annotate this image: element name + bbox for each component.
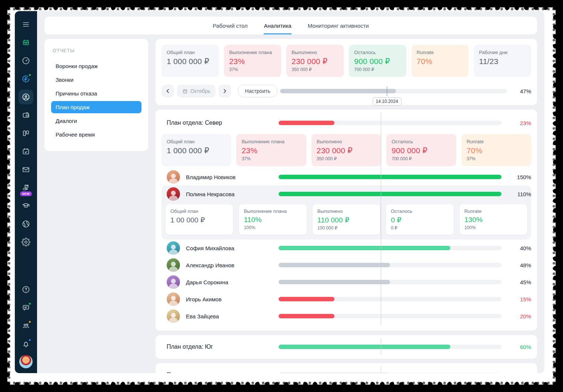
calendar-icon[interactable]	[19, 144, 33, 159]
tab-desktop[interactable]: Рабочий стол	[213, 17, 247, 34]
progress-percent: 110%	[507, 191, 531, 197]
kanban-icon[interactable]	[19, 126, 33, 141]
help-icon[interactable]	[19, 282, 33, 297]
member-avatar	[167, 241, 180, 255]
prev-month-button[interactable]	[161, 85, 174, 97]
progress-percent: 47%	[507, 372, 531, 373]
progress-fill	[279, 263, 390, 267]
stat-card-runrate: Runrate 70%	[412, 45, 469, 77]
progress-fill	[280, 89, 396, 93]
today-marker-line	[381, 367, 381, 373]
browser-icon[interactable]	[19, 217, 33, 231]
stat-card-completed: Выполнено 110 000 ₽ 100 000 ₽	[312, 204, 380, 235]
member-row[interactable]: Игорь Акимов 15%	[161, 291, 531, 308]
notifications-bell-icon[interactable]	[19, 336, 33, 351]
progress-track	[279, 280, 502, 284]
settings-icon[interactable]	[19, 235, 33, 249]
wallet-icon[interactable]	[19, 108, 33, 123]
member-name: София Михайлова	[186, 245, 234, 251]
new-badge: NEW	[20, 191, 32, 196]
progress-percent: 20%	[507, 313, 531, 319]
report-item-dialogs[interactable]: Диалоги	[51, 115, 141, 127]
section-title: План отдела: Юг	[161, 344, 273, 350]
period-percent: 47%	[507, 88, 531, 94]
stat-card-runrate: Runrate 70% 37%	[462, 134, 531, 166]
report-item-sales-funnels[interactable]: Воронки продаж	[51, 60, 141, 72]
today-marker-line	[381, 339, 381, 355]
main-content: Рабочий стол Аналитика Мониторинг активн…	[37, 11, 544, 373]
member-row[interactable]: Полина Некрасова 110%	[161, 185, 531, 202]
stat-card-total-plan: Общий план 1 00 000 ₽	[165, 204, 233, 235]
progress-fill	[279, 192, 502, 196]
stat-card-plan-completion: Выполнение плана 110% 100%	[239, 204, 307, 235]
member-row[interactable]: Дарья Сорокина 45%	[161, 274, 531, 291]
section-title: План отдела: Север	[161, 120, 273, 126]
member-name: Полина Некрасова	[186, 191, 234, 197]
stat-card-runrate: Runrate 130% 100%	[459, 204, 527, 235]
robot-icon[interactable]	[19, 35, 33, 50]
member-row[interactable]: София Михайлова 40%	[161, 239, 531, 257]
today-date-tooltip: 14.10.2024	[373, 97, 402, 105]
managers-plans-card[interactable]: Планы менеджеров 47%	[156, 363, 537, 373]
report-item-refusal-reasons[interactable]: Причины отказа	[51, 87, 141, 100]
month-selector-button[interactable]: Октябрь	[177, 85, 216, 97]
progress-fill	[279, 314, 334, 318]
menu-icon[interactable]	[19, 17, 33, 32]
month-label: Октябрь	[190, 88, 210, 94]
today-marker-line	[381, 113, 381, 325]
member-row[interactable]: Владимир Новиков 150%	[161, 168, 531, 185]
top-tabbar: Рабочий стол Аналитика Мониторинг активн…	[44, 17, 537, 34]
notification-dot	[28, 302, 31, 305]
member-avatar	[167, 187, 180, 201]
team-icon[interactable]	[19, 318, 33, 333]
today-marker-line	[387, 86, 387, 96]
progress-fill	[279, 345, 450, 349]
progress-track	[279, 373, 502, 373]
member-avatar	[167, 292, 180, 306]
progress-track	[279, 345, 502, 349]
member-name: Игорь Акимов	[186, 296, 221, 302]
knowledge-icon[interactable]: NEW	[19, 180, 33, 195]
configure-button[interactable]: Настроить	[238, 85, 277, 97]
progress-percent: 48%	[507, 262, 531, 268]
stat-card-remaining: Осталось 0 ₽ 0 ₽	[386, 204, 454, 235]
department-south-card[interactable]: План отдела: Юг 60%	[156, 335, 537, 359]
progress-percent: 15%	[507, 296, 531, 302]
stat-card-working-days: Рабочие дни 11/23	[474, 45, 531, 77]
progress-track	[279, 263, 502, 267]
stat-card-total-plan: Общий план 1 000 000 ₽	[161, 134, 231, 166]
progress-percent: 23%	[507, 120, 531, 126]
notification-dot	[28, 320, 31, 324]
progress-fill	[279, 297, 334, 301]
progress-track	[279, 192, 502, 196]
report-item-calls[interactable]: Звонки	[51, 74, 141, 86]
member-row[interactable]: Александр Иванов 48%	[161, 257, 531, 274]
ruble-payments-icon[interactable]	[19, 71, 33, 86]
reports-title: ОТЧЕТЫ	[53, 48, 140, 53]
user-avatar[interactable]	[19, 355, 33, 369]
dashboard-icon[interactable]	[19, 53, 33, 68]
education-icon[interactable]	[19, 198, 33, 213]
member-avatar	[167, 309, 180, 323]
chat-icon[interactable]	[19, 300, 33, 315]
stat-card-remaining: Осталось 900 000 ₽ 700 000 ₽	[386, 134, 456, 166]
progress-percent: 45%	[507, 279, 531, 285]
progress-track	[280, 89, 507, 93]
calendar-small-icon	[182, 88, 188, 94]
tab-analytics[interactable]: Аналитика	[264, 17, 291, 34]
period-navigation: Октябрь Настроить 14.1	[161, 83, 531, 99]
member-expanded-block: Полина Некрасова 110% Общий план 1 00 00…	[161, 185, 531, 239]
report-item-working-time[interactable]: Рабочее время	[51, 128, 141, 141]
member-avatar	[167, 275, 180, 289]
member-name: Владимир Новиков	[186, 174, 236, 180]
stat-card-completed: Выполнено 230 000 ₽ 350 000 ₽	[312, 134, 381, 166]
contacts-icon-active[interactable]	[19, 90, 33, 104]
period-progress: 14.10.2024	[280, 89, 507, 93]
member-row[interactable]: Ева Зайцева 20%	[161, 308, 531, 325]
report-item-sales-plan[interactable]: План продаж	[51, 101, 141, 113]
mail-icon[interactable]	[19, 162, 33, 177]
progress-percent: 150%	[507, 174, 531, 180]
next-month-button[interactable]	[219, 85, 231, 97]
member-name: Дарья Сорокина	[186, 279, 228, 285]
tab-activity-monitoring[interactable]: Мониторинг активности	[308, 17, 369, 34]
